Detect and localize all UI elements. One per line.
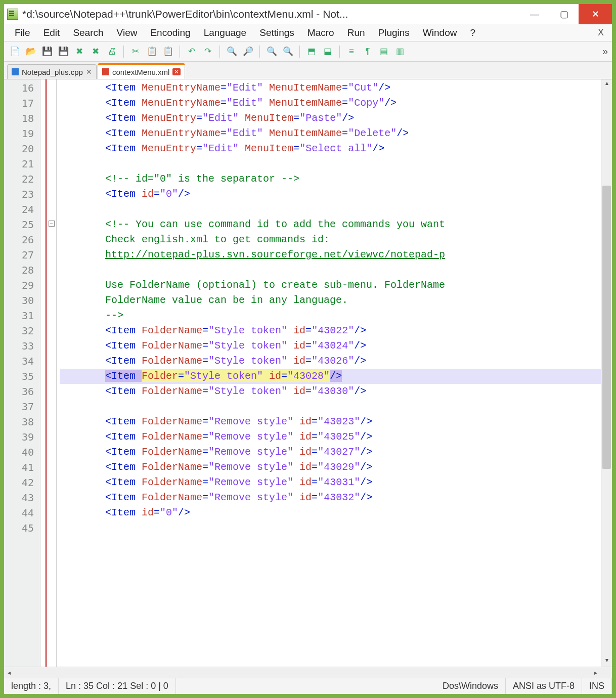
line-number-gutter[interactable]: 1617181920212223242526272829303132333435… [4, 79, 40, 667]
scroll-down-icon[interactable]: ▾ [601, 657, 612, 667]
code-line[interactable]: <Item Folder="Style token" id="43028"/> [60, 369, 612, 384]
menubar-close-icon[interactable]: X [595, 27, 607, 38]
code-line[interactable]: <Item FolderName="Remove style" id="4303… [60, 475, 612, 490]
status-eol[interactable]: Dos\Windows [435, 678, 506, 694]
code-line[interactable]: <Item MenuEntry="Edit" MenuItem="Select … [60, 141, 612, 156]
line-number[interactable]: 37 [4, 399, 40, 414]
sync-v-button[interactable]: ⬒ [305, 45, 318, 58]
line-number[interactable]: 43 [4, 490, 40, 505]
line-number[interactable]: 22 [4, 171, 40, 187]
line-number[interactable]: 32 [4, 323, 40, 338]
line-number[interactable]: 35 [4, 369, 40, 384]
line-number[interactable]: 19 [4, 126, 40, 141]
redo-button[interactable]: ↷ [201, 45, 214, 58]
scroll-left-icon[interactable]: ◂ [4, 667, 14, 678]
sync-h-button[interactable]: ⬓ [321, 45, 334, 58]
line-number[interactable]: 33 [4, 338, 40, 354]
code-line[interactable]: <Item FolderName="Style token" id="43024… [60, 338, 612, 354]
line-number[interactable]: 29 [4, 278, 40, 293]
find-button[interactable]: 🔍 [225, 45, 238, 58]
print-button[interactable]: 🖨 [105, 45, 118, 58]
line-number[interactable]: 25 [4, 217, 40, 232]
paste-button[interactable]: 📋 [161, 45, 174, 58]
scroll-up-icon[interactable]: ▴ [601, 79, 612, 90]
code-line[interactable]: FolderName value can be in any language. [60, 293, 612, 308]
close-file-button[interactable]: ✖ [73, 45, 86, 58]
code-line[interactable]: <Item FolderName="Remove style" id="4302… [60, 429, 612, 445]
save-all-button[interactable]: 💾 [57, 45, 70, 58]
line-number[interactable]: 26 [4, 232, 40, 247]
menu-search[interactable]: Search [67, 25, 109, 40]
tab-close-icon[interactable]: ✕ [86, 68, 92, 76]
line-number[interactable]: 27 [4, 247, 40, 263]
maximize-button[interactable]: ▢ [549, 4, 579, 24]
menu-window[interactable]: Window [417, 25, 463, 40]
code-line[interactable]: <Item FolderName="Remove style" id="4303… [60, 490, 612, 505]
line-number[interactable]: 24 [4, 202, 40, 217]
menu-encoding[interactable]: Encoding [145, 25, 196, 40]
status-insert-mode[interactable]: INS [582, 678, 612, 694]
line-number[interactable]: 45 [4, 520, 40, 536]
code-line[interactable]: http://notepad-plus.svn.sourceforge.net/… [60, 247, 612, 263]
code-line[interactable]: <Item MenuEntryName="Edit" MenuItemName=… [60, 126, 612, 141]
line-number[interactable]: 17 [4, 96, 40, 111]
open-file-button[interactable]: 📂 [24, 45, 37, 58]
scroll-right-icon[interactable]: ▸ [591, 667, 601, 678]
new-file-button[interactable]: 📄 [8, 45, 21, 58]
line-number[interactable]: 20 [4, 141, 40, 156]
menu-language[interactable]: Language [198, 25, 252, 40]
line-number[interactable]: 21 [4, 156, 40, 171]
line-number[interactable]: 23 [4, 187, 40, 202]
code-line[interactable] [60, 202, 612, 217]
code-line[interactable]: <Item FolderName="Remove style" id="4302… [60, 460, 612, 475]
line-number[interactable]: 44 [4, 505, 40, 520]
show-all-button[interactable]: ¶ [361, 45, 374, 58]
toggle-1-button[interactable]: ▤ [377, 45, 390, 58]
close-button[interactable]: ✕ [579, 4, 612, 24]
toggle-2-button[interactable]: ▥ [393, 45, 407, 58]
copy-button[interactable]: 📋 [145, 45, 158, 58]
close-all-button[interactable]: ✖ [89, 45, 102, 58]
menu-macro[interactable]: Macro [302, 25, 340, 40]
line-number[interactable]: 18 [4, 111, 40, 126]
line-number[interactable]: 41 [4, 460, 40, 475]
cut-button[interactable]: ✂ [129, 45, 142, 58]
titlebar[interactable]: *d:\source\Notepad++\trunk\PowerEditor\b… [4, 4, 612, 24]
code-line[interactable]: --> [60, 308, 612, 323]
menu-settings[interactable]: Settings [254, 25, 300, 40]
code-line[interactable]: <!-- You can use command id to add the c… [60, 217, 612, 232]
line-number[interactable]: 30 [4, 293, 40, 308]
code-line[interactable]: <Item MenuEntryName="Edit" MenuItemName=… [60, 96, 612, 111]
line-number[interactable]: 16 [4, 80, 40, 96]
fold-toggle-icon[interactable]: − [49, 221, 55, 227]
vertical-scrollbar[interactable]: ▴ ▾ [601, 79, 612, 667]
code-line[interactable]: <Item FolderName="Style token" id="43022… [60, 323, 612, 338]
fold-margin[interactable]: − [47, 79, 57, 667]
zoom-out-button[interactable]: 🔍 [281, 45, 294, 58]
menu-plugins[interactable]: Plugins [373, 25, 415, 40]
undo-button[interactable]: ↶ [185, 45, 198, 58]
tab-close-icon[interactable]: ✕ [172, 68, 181, 75]
code-line[interactable]: <Item FolderName="Remove style" id="4302… [60, 414, 612, 429]
code-line[interactable]: <Item id="0"/> [60, 187, 612, 202]
code-line[interactable]: <Item MenuEntryName="Edit" MenuItemName=… [60, 80, 612, 96]
code-line[interactable] [60, 399, 612, 414]
code-line[interactable]: <Item FolderName="Style token" id="43030… [60, 384, 612, 399]
code-line[interactable]: <!-- id="0" is the separator --> [60, 171, 612, 187]
tab-notepadpluscpp[interactable]: Notepad_plus.cpp✕ [7, 64, 97, 79]
line-number[interactable]: 36 [4, 384, 40, 399]
menu-file[interactable]: File [9, 25, 36, 40]
line-number[interactable]: 38 [4, 414, 40, 429]
scroll-thumb[interactable] [602, 186, 611, 469]
tab-contextmenuxml[interactable]: contextMenu.xml✕ [98, 63, 185, 79]
line-number[interactable]: 39 [4, 429, 40, 445]
code-line[interactable]: <Item FolderName="Remove style" id="4302… [60, 445, 612, 460]
menu-view[interactable]: View [111, 25, 143, 40]
code-line[interactable]: <Item MenuEntry="Edit" MenuItem="Paste"/… [60, 111, 612, 126]
line-number[interactable]: 42 [4, 475, 40, 490]
menu-edit[interactable]: Edit [38, 25, 66, 40]
status-encoding[interactable]: ANSI as UTF-8 [506, 678, 582, 694]
menu-[interactable]: ? [464, 25, 481, 40]
code-line[interactable] [60, 156, 612, 171]
code-area[interactable]: <Item MenuEntryName="Edit" MenuItemName=… [60, 79, 612, 667]
